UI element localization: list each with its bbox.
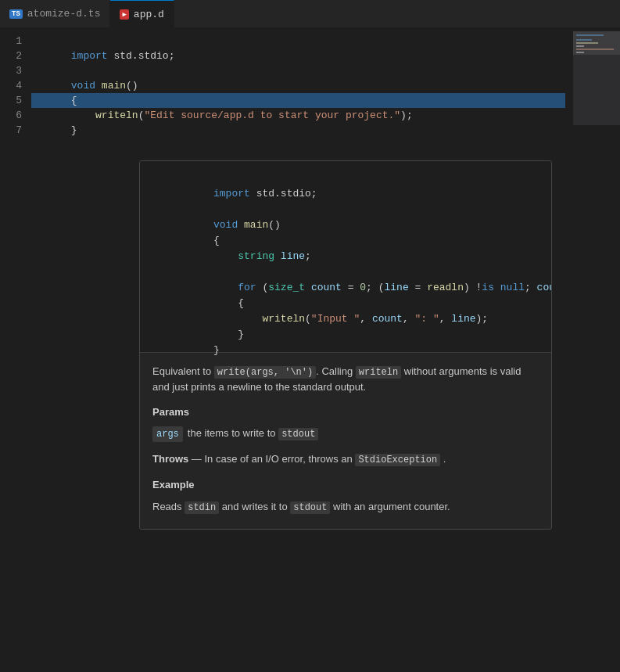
- throws-title: Throws: [152, 453, 188, 465]
- throws-exception: StdioException: [355, 454, 440, 466]
- line-num-5: 5: [6, 93, 22, 108]
- doc-intro-pre: Equivalent to: [152, 365, 214, 377]
- editor-area: 1 2 3 4 5 6 7 import std.stdio; void mai…: [0, 27, 620, 672]
- example-post: with an argument counter.: [330, 501, 450, 512]
- line-num-6: 6: [6, 108, 22, 123]
- code-line-5: writeln("Edit source/app.d to start your…: [31, 93, 565, 108]
- doc-code-write: write(args, '\n'): [214, 366, 316, 379]
- param-desc: the items to write to stdout: [188, 426, 319, 441]
- tab-label-atomize: atomize-d.ts: [27, 8, 101, 20]
- ts-icon: TS: [9, 9, 23, 19]
- example-stdout: stdout: [290, 501, 330, 514]
- popup-code-line-3: void main(): [152, 202, 539, 217]
- code-editor[interactable]: import std.stdio; void main() { writeln(…: [31, 27, 565, 672]
- example-pre: Reads: [152, 501, 185, 512]
- code-line-1: import std.stdio;: [31, 34, 565, 49]
- minimap-highlight: [573, 31, 620, 55]
- fn-writeln-1: writeln: [95, 110, 138, 121]
- scrollbar[interactable]: [565, 27, 573, 672]
- hover-popup: import std.stdio; void main() { string l…: [139, 160, 552, 530]
- throws-post: .: [440, 453, 446, 465]
- line-num-3: 3: [6, 63, 22, 78]
- code-line-3: void main(): [31, 63, 565, 78]
- minimap: [573, 27, 620, 672]
- param-stdout: stdout: [278, 428, 318, 440]
- line-num-7: 7: [6, 123, 22, 138]
- popup-code-line-1: import std.stdio;: [152, 171, 539, 186]
- example-mid: and writes it to: [219, 501, 290, 512]
- d-icon: ▶: [120, 9, 128, 20]
- params-title: Params: [152, 404, 539, 420]
- keyword-void: void: [71, 80, 95, 92]
- tab-app-d[interactable]: ▶ app.d: [110, 0, 174, 27]
- string-literal-1: "Edit source/app.d to start your project…: [144, 110, 400, 121]
- tab-label-app: app.d: [134, 9, 164, 20]
- doc-intro: Equivalent to write(args, '\n'). Calling…: [152, 364, 539, 395]
- popup-doc-section: Equivalent to write(args, '\n'). Calling…: [140, 353, 551, 529]
- throws-pre: — In case of an I/O error, throws an: [188, 453, 355, 465]
- keyword-import-1: import: [71, 50, 108, 62]
- tab-bar: TS atomize-d.ts ▶ app.d: [0, 0, 620, 27]
- fn-main: main: [102, 80, 126, 92]
- example-title: Example: [152, 477, 539, 493]
- throws-row: Throws — In case of an I/O error, throws…: [152, 451, 539, 468]
- example-stdin: stdin: [185, 501, 219, 514]
- popup-code-section: import std.stdio; void main() { string l…: [140, 161, 551, 353]
- popup-code-line-7: for (size_t count = 0; (line = readln) !…: [152, 264, 539, 280]
- param-row-args: args the items to write to stdout: [152, 426, 539, 442]
- doc-intro-mid: . Calling: [316, 365, 356, 377]
- line-numbers: 1 2 3 4 5 6 7: [0, 27, 31, 672]
- doc-code-writeln: writeln: [356, 366, 401, 379]
- code-line-7: [31, 123, 565, 138]
- example-text: Reads stdin and writes it to stdout with…: [152, 499, 539, 515]
- tab-atomize-d-ts[interactable]: TS atomize-d.ts: [0, 0, 110, 27]
- line-num-2: 2: [6, 49, 22, 63]
- example-section: Example Reads stdin and writes it to std…: [152, 477, 539, 515]
- line-num-4: 4: [6, 78, 22, 93]
- params-table: args the items to write to stdout: [152, 426, 539, 442]
- param-name-args: args: [152, 426, 183, 442]
- line-num-1: 1: [6, 34, 22, 49]
